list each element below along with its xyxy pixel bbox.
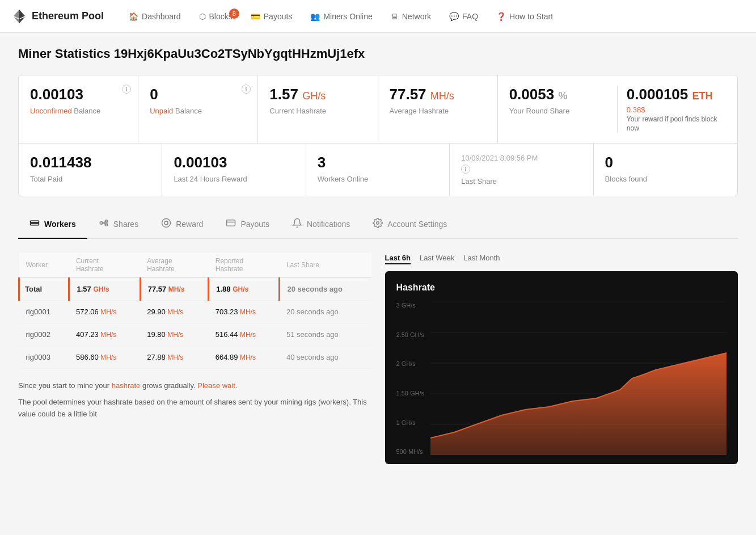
- info-icon-unpaid[interactable]: ℹ: [242, 85, 251, 94]
- tab-payouts[interactable]: Payouts: [214, 210, 281, 239]
- unpaid-value: 0: [150, 86, 246, 103]
- y-label-5: 500 MH/s: [396, 448, 425, 455]
- tab-notifications[interactable]: Notifications: [281, 210, 361, 239]
- cell-avg-hashrate: 19.80 MH/s: [140, 323, 209, 346]
- avg-hashrate-value: 77.57 MH/s: [390, 86, 486, 103]
- nav-dashboard[interactable]: 🏠 Dashboard: [121, 7, 189, 26]
- cell-reported-hashrate: 664.89 MH/s: [209, 346, 280, 369]
- nav-miners[interactable]: 👥 Miners Online: [302, 7, 380, 26]
- page-title: Miner Statistics 19Hxj6KpaUu3Co2TSyNbYgq…: [18, 47, 738, 61]
- svg-point-15: [377, 222, 379, 225]
- nav-items: 🏠 Dashboard ⬡ Blocks 8 💳 Payouts 👥 Miner…: [121, 7, 745, 26]
- nav-network[interactable]: 🖥 Network: [383, 7, 439, 26]
- info-text: Since you start to mine your hashrate gr…: [18, 380, 371, 420]
- main-content: Miner Statistics 19Hxj6KpaUu3Co2TSyNbYgq…: [0, 33, 756, 478]
- stats-row-2: 0.011438 Total Paid 0.00103 Last 24 Hour…: [19, 144, 737, 196]
- worker-table: Worker CurrentHashrate AverageHashrate R…: [18, 252, 371, 369]
- chart-title: Hashrate: [396, 283, 727, 293]
- cell-current-hashrate: 1.57 GH/s: [69, 278, 140, 301]
- bell-icon: [292, 218, 302, 230]
- last24-label: Last 24 Hours Reward: [174, 175, 294, 183]
- total-paid-value: 0.011438: [30, 154, 150, 171]
- navbar: Ethereum Pool 🏠 Dashboard ⬡ Blocks 8 💳 P…: [0, 0, 756, 33]
- nav-howto-label: How to Start: [509, 12, 553, 21]
- please-wait-link[interactable]: Please wait.: [197, 381, 237, 390]
- y-label-0: 3 GH/s: [396, 302, 425, 309]
- tab-shares[interactable]: Shares: [87, 210, 150, 239]
- stat-workers-online: 3 Workers Online: [306, 144, 450, 196]
- time-last-6h[interactable]: Last 6h: [385, 252, 411, 264]
- y-label-3: 1.50 GH/s: [396, 390, 425, 397]
- round-share-label: Your Round Share: [509, 107, 608, 115]
- wallet-icon: 💳: [251, 12, 260, 21]
- svg-point-11: [162, 219, 171, 228]
- avg-hashrate-label: Average Hashrate: [390, 107, 486, 115]
- nav-howto[interactable]: ❓ How to Start: [488, 7, 561, 26]
- cell-avg-hashrate: 77.57 MH/s: [140, 278, 209, 301]
- nav-payouts-label: Payouts: [264, 12, 293, 21]
- hashrate-chart-svg: [430, 302, 727, 455]
- chat-icon: 💬: [449, 12, 459, 21]
- unconfirmed-value: 0.00103: [30, 86, 126, 103]
- chart-svg-area: [430, 302, 727, 455]
- cell-current-hashrate: 586.60 MH/s: [69, 346, 140, 369]
- tab-reward-label: Reward: [176, 220, 203, 229]
- col-avg-hashrate: AverageHashrate: [140, 252, 209, 278]
- brand[interactable]: Ethereum Pool: [11, 9, 104, 24]
- blocks-badge: 8: [229, 9, 239, 19]
- gear-icon: [373, 218, 383, 230]
- tab-account-settings[interactable]: Account Settings: [361, 210, 458, 239]
- cell-last-share: 20 seconds ago: [280, 301, 371, 323]
- cell-worker-name: Total: [19, 278, 69, 301]
- tab-account-settings-label: Account Settings: [387, 220, 447, 229]
- unpaid-label: Unpaid Balance: [150, 107, 246, 115]
- tab-payouts-label: Payouts: [240, 220, 269, 229]
- cell-last-share: 20 seconds ago: [280, 278, 371, 301]
- svg-rect-13: [227, 220, 235, 226]
- last-share-label: Last Share: [461, 177, 581, 186]
- nav-faq[interactable]: 💬 FAQ: [441, 7, 486, 26]
- left-panel: Worker CurrentHashrate AverageHashrate R…: [18, 252, 371, 464]
- info-icon-unconfirmed[interactable]: ℹ: [122, 85, 131, 94]
- nav-blocks[interactable]: ⬡ Blocks 8: [191, 7, 240, 26]
- payouts-icon: [226, 218, 236, 230]
- tab-workers-label: Workers: [44, 220, 76, 229]
- table-row: rig0001 572.06 MH/s 29.90 MH/s 703.23 MH…: [19, 301, 371, 323]
- info-icon-last-share[interactable]: ℹ: [461, 165, 470, 174]
- stats-grid: ℹ 0.00103 Unconfirmed Balance ℹ 0 Unpaid…: [18, 75, 738, 196]
- unconfirmed-label: Unconfirmed Balance: [30, 107, 126, 115]
- reward-value: 0.000105 ETH: [627, 86, 726, 103]
- tab-workers[interactable]: Workers: [18, 210, 87, 239]
- time-last-week[interactable]: Last Week: [420, 252, 454, 264]
- cube-icon: ⬡: [199, 12, 206, 21]
- chart-container: Hashrate 3 GH/s 2.50 GH/s 2 GH/s 1.50 GH…: [385, 271, 738, 464]
- cell-worker-name: rig0003: [19, 346, 69, 369]
- time-last-month[interactable]: Last Month: [463, 252, 500, 264]
- table-row: Total 1.57 GH/s 77.57 MH/s 1.88 GH/s 20 …: [19, 278, 371, 301]
- layers-icon: [29, 218, 40, 230]
- cell-last-share: 40 seconds ago: [280, 346, 371, 369]
- svg-rect-5: [31, 224, 39, 225]
- tab-notifications-label: Notifications: [307, 220, 350, 229]
- info-text-2: The pool determines your hashrate based …: [18, 397, 371, 420]
- stat-avg-hashrate: 77.57 MH/s Average Hashrate: [378, 75, 498, 143]
- reward-label: Your reward if pool finds block now: [627, 115, 726, 133]
- chart-area: 3 GH/s 2.50 GH/s 2 GH/s 1.50 GH/s 1 GH/s…: [396, 302, 727, 455]
- time-filter: Last 6h Last Week Last Month: [385, 252, 738, 264]
- svg-point-12: [164, 221, 168, 225]
- cell-last-share: 51 seconds ago: [280, 323, 371, 346]
- current-hashrate-value: 1.57 GH/s: [269, 86, 366, 103]
- stat-unconfirmed: ℹ 0.00103 Unconfirmed Balance: [19, 75, 138, 143]
- cell-current-hashrate: 407.23 MH/s: [69, 323, 140, 346]
- nav-payouts[interactable]: 💳 Payouts: [243, 7, 301, 26]
- hashrate-link[interactable]: hashrate: [112, 381, 141, 390]
- brand-name: Ethereum Pool: [32, 10, 104, 22]
- stats-row-1: ℹ 0.00103 Unconfirmed Balance ℹ 0 Unpaid…: [19, 75, 737, 144]
- nav-network-label: Network: [402, 12, 431, 21]
- stat-last-share: 10/09/2021 8:09:56 PM ℹ Last Share: [450, 144, 593, 196]
- nav-faq-label: FAQ: [462, 12, 478, 21]
- cell-avg-hashrate: 29.90 MH/s: [140, 301, 209, 323]
- tab-reward[interactable]: Reward: [150, 210, 214, 239]
- monitor-icon: 🖥: [391, 12, 399, 21]
- round-share-value: 0.0053 %: [509, 86, 608, 103]
